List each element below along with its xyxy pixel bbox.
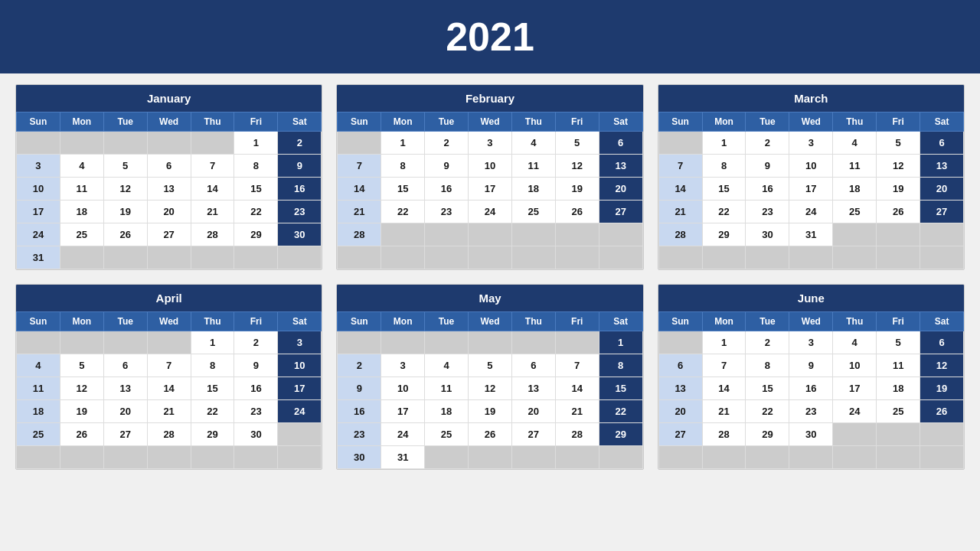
day-cell[interactable]: 5: [469, 354, 512, 377]
day-cell[interactable]: [17, 331, 60, 354]
day-cell[interactable]: 30: [234, 423, 278, 446]
day-cell[interactable]: 25: [17, 423, 60, 446]
day-cell[interactable]: [60, 132, 103, 155]
day-cell[interactable]: [17, 132, 60, 155]
day-cell[interactable]: 4: [833, 132, 877, 155]
day-cell[interactable]: 23: [234, 400, 278, 423]
day-cell[interactable]: 21: [555, 400, 599, 423]
day-cell[interactable]: 23: [425, 201, 469, 223]
day-cell[interactable]: 14: [658, 178, 702, 201]
day-cell[interactable]: 20: [103, 400, 147, 423]
day-cell[interactable]: [469, 223, 512, 246]
day-cell[interactable]: 14: [191, 178, 234, 201]
day-cell[interactable]: 13: [103, 377, 147, 400]
day-cell[interactable]: 27: [658, 423, 702, 446]
day-cell[interactable]: 20: [147, 201, 191, 223]
day-cell[interactable]: 16: [789, 377, 833, 400]
day-cell[interactable]: 9: [789, 354, 833, 377]
day-cell[interactable]: 1: [191, 331, 234, 354]
day-cell[interactable]: 10: [469, 155, 512, 178]
day-cell[interactable]: 10: [381, 377, 425, 400]
day-cell[interactable]: [658, 331, 702, 354]
day-cell[interactable]: [338, 331, 381, 354]
day-cell[interactable]: 16: [746, 178, 789, 201]
day-cell[interactable]: 24: [789, 201, 833, 223]
day-cell[interactable]: 2: [746, 331, 789, 354]
day-cell[interactable]: [920, 446, 964, 469]
day-cell[interactable]: 4: [425, 354, 469, 377]
day-cell[interactable]: 9: [278, 155, 322, 178]
day-cell[interactable]: 8: [381, 155, 425, 178]
day-cell[interactable]: 3: [789, 132, 833, 155]
day-cell[interactable]: [658, 246, 702, 269]
day-cell[interactable]: 29: [599, 423, 642, 446]
day-cell[interactable]: 21: [658, 201, 702, 223]
day-cell[interactable]: 26: [877, 201, 920, 223]
day-cell[interactable]: 27: [511, 423, 555, 446]
day-cell[interactable]: 9: [425, 155, 469, 178]
day-cell[interactable]: 7: [191, 155, 234, 178]
day-cell[interactable]: 30: [278, 223, 322, 246]
day-cell[interactable]: [147, 132, 191, 155]
day-cell[interactable]: 29: [234, 223, 278, 246]
day-cell[interactable]: 25: [60, 223, 103, 246]
day-cell[interactable]: [381, 331, 425, 354]
day-cell[interactable]: 20: [658, 400, 702, 423]
day-cell[interactable]: 24: [17, 223, 60, 246]
day-cell[interactable]: 22: [702, 201, 746, 223]
day-cell[interactable]: 13: [147, 178, 191, 201]
day-cell[interactable]: 23: [278, 201, 322, 223]
day-cell[interactable]: 21: [338, 201, 381, 223]
day-cell[interactable]: 11: [511, 155, 555, 178]
day-cell[interactable]: 11: [833, 155, 877, 178]
day-cell[interactable]: 2: [278, 132, 322, 155]
day-cell[interactable]: 21: [702, 400, 746, 423]
day-cell[interactable]: 1: [702, 331, 746, 354]
day-cell[interactable]: [278, 446, 322, 469]
day-cell[interactable]: 26: [920, 400, 964, 423]
day-cell[interactable]: 9: [338, 377, 381, 400]
day-cell[interactable]: [746, 246, 789, 269]
day-cell[interactable]: 5: [555, 132, 599, 155]
day-cell[interactable]: 5: [877, 331, 920, 354]
day-cell[interactable]: [60, 246, 103, 269]
day-cell[interactable]: 6: [920, 331, 964, 354]
day-cell[interactable]: 13: [599, 155, 642, 178]
day-cell[interactable]: 6: [920, 132, 964, 155]
day-cell[interactable]: 3: [469, 132, 512, 155]
day-cell[interactable]: 15: [746, 377, 789, 400]
day-cell[interactable]: [278, 246, 322, 269]
day-cell[interactable]: 17: [789, 178, 833, 201]
day-cell[interactable]: [147, 446, 191, 469]
day-cell[interactable]: 15: [599, 377, 642, 400]
day-cell[interactable]: [425, 223, 469, 246]
day-cell[interactable]: 18: [17, 400, 60, 423]
day-cell[interactable]: [877, 423, 920, 446]
day-cell[interactable]: [920, 246, 964, 269]
day-cell[interactable]: 16: [425, 178, 469, 201]
day-cell[interactable]: 2: [338, 354, 381, 377]
day-cell[interactable]: [234, 446, 278, 469]
day-cell[interactable]: 19: [60, 400, 103, 423]
day-cell[interactable]: [147, 246, 191, 269]
day-cell[interactable]: [103, 446, 147, 469]
day-cell[interactable]: 3: [17, 155, 60, 178]
day-cell[interactable]: 3: [278, 331, 322, 354]
day-cell[interactable]: [469, 246, 512, 269]
day-cell[interactable]: 7: [147, 354, 191, 377]
day-cell[interactable]: 6: [658, 354, 702, 377]
day-cell[interactable]: [425, 331, 469, 354]
day-cell[interactable]: 10: [789, 155, 833, 178]
day-cell[interactable]: 14: [702, 377, 746, 400]
day-cell[interactable]: 14: [338, 178, 381, 201]
day-cell[interactable]: 6: [103, 354, 147, 377]
day-cell[interactable]: 19: [920, 377, 964, 400]
day-cell[interactable]: 29: [191, 423, 234, 446]
day-cell[interactable]: 22: [191, 400, 234, 423]
day-cell[interactable]: [381, 246, 425, 269]
day-cell[interactable]: 15: [381, 178, 425, 201]
day-cell[interactable]: [511, 223, 555, 246]
day-cell[interactable]: 25: [511, 201, 555, 223]
day-cell[interactable]: 24: [833, 400, 877, 423]
day-cell[interactable]: [833, 446, 877, 469]
